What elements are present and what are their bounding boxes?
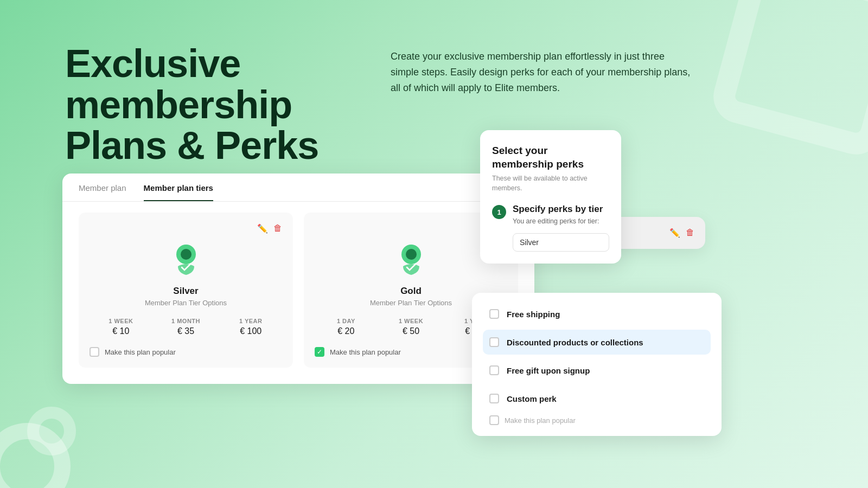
perk-checkbox-free-shipping[interactable] (489, 309, 499, 319)
tier-actions-silver: ✏️ 🗑 (90, 223, 282, 234)
make-popular-label-silver: Make this plan popular (105, 348, 176, 356)
specify-perks-item: 1 Specify perks by tier You are editing … (492, 204, 609, 252)
price-col-1w: 1 WEEK € 10 (90, 318, 152, 336)
tier-name-silver: Silver (90, 286, 282, 297)
step-circle: 1 (492, 205, 506, 219)
perks-list-card: Free shipping Discounted products or col… (472, 293, 722, 436)
tabs-container: Member plan Member plan tiers (62, 174, 534, 202)
perk-item-discounted[interactable]: Discounted products or collections (483, 330, 711, 355)
bg-decoration-bottom-left2 (27, 407, 76, 455)
gold-price-col-1w: 1 WEEK € 50 (380, 318, 443, 336)
tier-icon-gold (392, 239, 430, 277)
perk-label-custom: Custom perk (507, 394, 557, 403)
tier-icon-silver (167, 239, 205, 277)
specify-perks-desc: You are editing perks for tier: (513, 217, 609, 227)
perk-checkbox-discounted[interactable] (489, 337, 499, 347)
bg-decoration-top-right (707, 0, 868, 160)
tier-prices-silver: 1 WEEK € 10 1 MONTH € 35 1 YEAR € 100 (90, 318, 282, 336)
headline-text: Exclusive membership Plans & Perks (65, 43, 347, 166)
perk-label-free-gift: Free gift upon signup (507, 366, 590, 375)
perk-label-discounted: Discounted products or collections (507, 338, 643, 347)
main-card: Member plan Member plan tiers ✏️ 🗑 Silve… (62, 174, 534, 384)
edit-icon-third[interactable]: ✏️ (669, 228, 680, 238)
price-col-1y: 1 YEAR € 100 (219, 318, 282, 336)
perk-item-custom[interactable]: Custom perk (483, 386, 711, 411)
svg-point-1 (181, 249, 192, 260)
perk-label-free-shipping: Free shipping (507, 310, 560, 319)
svg-point-3 (406, 249, 417, 260)
perk-checkbox-custom[interactable] (489, 394, 499, 403)
price-col-1m: 1 MONTH € 35 (155, 318, 218, 336)
perk-checkbox-free-gift[interactable] (489, 365, 499, 375)
tier-subtitle-silver: Member Plan Tier Options (90, 299, 282, 307)
perks-select-subtitle: These will be available to active member… (492, 174, 609, 193)
tab-member-plan[interactable]: Member plan (79, 174, 126, 201)
tier-icon-container-gold (315, 239, 507, 277)
make-popular-checkbox-gold[interactable]: ✓ (315, 347, 324, 357)
tier-name-input[interactable] (513, 233, 609, 252)
gold-price-col-1d: 1 DAY € 20 (315, 318, 378, 336)
perks-popular-row[interactable]: Make this plan popular (483, 415, 711, 425)
tiers-container: ✏️ 🗑 Silver Member Plan Tier Options 1 W… (62, 202, 534, 384)
perk-item-free-gift[interactable]: Free gift upon signup (483, 358, 711, 383)
specify-perks-content: Specify perks by tier You are editing pe… (513, 204, 609, 252)
tab-member-plan-tiers[interactable]: Member plan tiers (144, 174, 213, 201)
make-popular-label-gold: Make this plan popular (330, 348, 401, 356)
perks-select-card: Select your membership perks These will … (480, 130, 621, 264)
make-popular-checkbox-silver[interactable] (90, 347, 99, 357)
tier-card-silver: ✏️ 🗑 Silver Member Plan Tier Options 1 W… (79, 213, 293, 368)
perks-popular-label: Make this plan popular (505, 416, 576, 425)
make-popular-row-silver[interactable]: Make this plan popular (90, 347, 282, 357)
description-text: Create your exclusive membership plan ef… (391, 49, 694, 95)
tier-actions-gold: ✏️ 🗑 (315, 223, 507, 234)
headline-section: Exclusive membership Plans & Perks (65, 43, 347, 166)
specify-perks-title: Specify perks by tier (513, 204, 609, 215)
perk-item-free-shipping[interactable]: Free shipping (483, 301, 711, 326)
tier-icon-container-silver (90, 239, 282, 277)
delete-icon-third[interactable]: 🗑 (686, 228, 694, 238)
description-section: Create your exclusive membership plan ef… (391, 49, 694, 95)
perks-popular-checkbox[interactable] (489, 415, 499, 425)
perks-select-title: Select your membership perks (492, 144, 609, 171)
edit-icon-silver[interactable]: ✏️ (257, 223, 268, 234)
delete-icon-silver[interactable]: 🗑 (273, 223, 282, 234)
